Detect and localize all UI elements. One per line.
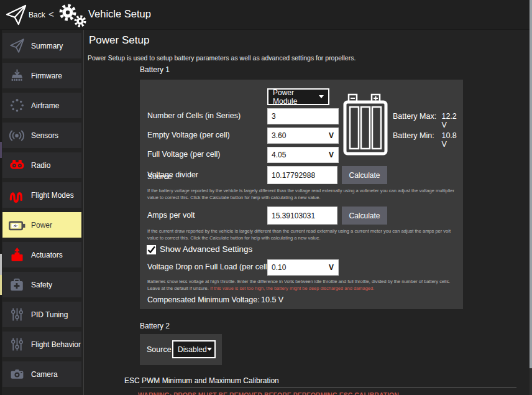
sidebar-item-label: Airframe	[31, 101, 59, 110]
battery1-section-label: Battery 1	[140, 65, 170, 74]
battery-min-label: Battery Min:	[393, 131, 441, 149]
battery2-source-dropdown[interactable]: Disabled	[172, 340, 216, 358]
voltage-drop-label: Voltage Drop on Full Load (per cell)	[147, 263, 270, 271]
page-header-title: Vehicle Setup	[88, 8, 151, 20]
page-description: Power Setup is used to setup battery par…	[88, 54, 355, 62]
voltage-divider-help-text: If the battery voltage reported by the v…	[147, 187, 459, 201]
setup-sidebar: Summary Firmware Airframe Sensors Radio …	[2, 33, 82, 391]
sidebar-item-power[interactable]: Power	[2, 212, 81, 238]
empty-voltage-unit: V	[329, 131, 334, 140]
sidebar-item-label: Sensors	[31, 131, 58, 140]
sidebar-item-label: Radio	[31, 161, 50, 170]
battery-max-row: Battery Max: 12.2 V	[393, 112, 463, 129]
sidebar-item-label: Safety	[31, 281, 52, 289]
cells-label: Number of Cells (in Series)	[147, 111, 241, 120]
compensated-voltage-label: Compensated Minimum Voltage:	[147, 295, 260, 304]
show-advanced-label: Show Advanced Settings	[160, 244, 252, 254]
flight-modes-icon	[2, 187, 31, 203]
battery2-source-label: Source	[147, 345, 172, 354]
camera-icon	[2, 366, 31, 382]
amps-per-volt-label: Amps per volt	[147, 211, 195, 220]
sidebar-item-label: Camera	[31, 370, 58, 379]
sidebar-item-actuators[interactable]: Actuators	[2, 242, 81, 267]
sidebar-item-camera[interactable]: Camera	[2, 361, 81, 387]
sidebar-item-flight-modes[interactable]: Flight Modes	[2, 182, 81, 208]
voltage-divider-calculate-button[interactable]: Calculate	[342, 166, 387, 184]
left-edge-strip	[0, 275, 2, 295]
sidebar-item-label: Actuators	[31, 251, 63, 259]
amps-per-volt-help-text: If the current draw reported by the vehi…	[147, 228, 459, 241]
vehicle-setup-gears-icon	[57, 2, 88, 29]
back-button[interactable]: Back	[29, 11, 45, 19]
esc-warning-text-clipped: WARNING: PROPS MUST BE REMOVED BEFORE PE…	[138, 391, 401, 395]
sidebar-divider	[83, 30, 84, 395]
voltage-drop-input[interactable]	[267, 259, 339, 276]
sidebar-item-pid-tuning[interactable]: PID Tuning	[2, 302, 81, 327]
sidebar-item-label: Power	[31, 221, 52, 230]
show-advanced-checkbox[interactable]	[147, 245, 156, 254]
sensors-icon	[2, 128, 31, 144]
sliders-icon	[2, 337, 31, 352]
sidebar-item-firmware[interactable]: Firmware	[2, 63, 81, 88]
cells-input[interactable]	[267, 108, 339, 124]
back-chevron: <	[48, 9, 54, 19]
airframe-icon	[2, 98, 31, 113]
compensated-voltage-value: 10.5 V	[261, 295, 283, 304]
battery-min-value: 10.8 V	[441, 131, 463, 149]
toolbar: Back < Vehicle Setup	[0, 0, 532, 30]
radio-transmitter-icon	[2, 157, 31, 174]
checkmark-icon	[147, 245, 156, 254]
full-voltage-input[interactable]	[267, 147, 339, 163]
sidebar-item-summary[interactable]: Summary	[2, 33, 81, 58]
full-voltage-label: Full Voltage (per cell)	[147, 150, 220, 159]
sidebar-item-radio[interactable]: Radio	[2, 152, 81, 178]
page-title: Power Setup	[89, 34, 149, 47]
sidebar-item-label: Firmware	[31, 72, 62, 80]
first-aid-icon	[2, 277, 31, 293]
battery-graphic-icon	[343, 93, 388, 156]
sidebar-item-flight-behavior[interactable]: Flight Behavior	[2, 332, 81, 357]
scrollbar-thumb[interactable]	[530, 0, 532, 368]
motor-icon	[2, 246, 31, 263]
battery1-source-value: Power Module	[273, 88, 319, 106]
left-edge-strip	[0, 142, 2, 158]
battery2-section-label: Battery 2	[140, 322, 170, 330]
amps-per-volt-input[interactable]	[267, 207, 337, 225]
plane-icon	[2, 38, 31, 53]
sidebar-item-label: Flight Modes	[31, 191, 74, 200]
battery-max-value: 12.2 V	[441, 112, 463, 129]
sidebar-item-safety[interactable]: Safety	[2, 272, 81, 297]
firmware-download-icon	[2, 68, 31, 83]
voltage-divider-label: Voltage divider	[147, 170, 198, 179]
voltage-drop-help-warning: If this value is set too high, the batte…	[210, 286, 374, 291]
sliders-icon	[2, 307, 31, 322]
full-voltage-unit: V	[329, 151, 334, 159]
battery2-source-value: Disabled	[178, 345, 207, 354]
amps-per-volt-calculate-button[interactable]: Calculate	[342, 207, 387, 225]
chevron-down-icon	[207, 348, 212, 351]
left-edge-strip	[0, 254, 2, 275]
sidebar-item-label: Flight Behavior	[31, 340, 81, 349]
battery2-panel: Source Disabled	[140, 334, 222, 365]
sidebar-item-label: PID Tuning	[31, 310, 68, 319]
left-edge-strip	[0, 0, 2, 395]
esc-calibration-section-label: ESC PWM Minimum and Maximum Calibration	[124, 376, 279, 385]
empty-voltage-input[interactable]	[267, 128, 339, 144]
sidebar-item-airframe[interactable]: Airframe	[2, 93, 81, 118]
battery1-source-dropdown[interactable]: Power Module	[267, 88, 329, 105]
sidebar-item-sensors[interactable]: Sensors	[2, 123, 81, 148]
sidebar-item-label: Summary	[31, 42, 63, 50]
battery-max-label: Battery Max:	[393, 112, 441, 129]
app-logo-plane-icon	[5, 4, 27, 26]
empty-voltage-label: Empty Voltage (per cell)	[147, 131, 230, 139]
battery-min-row: Battery Min: 10.8 V	[393, 131, 463, 149]
esc-section-divider	[140, 387, 516, 388]
battery1-panel: Source Power Module Number of Cells (in …	[140, 80, 463, 309]
chevron-down-icon	[319, 95, 324, 98]
battery-icon	[2, 216, 31, 234]
voltage-drop-help-text: Batteries show less voltage at high thro…	[147, 278, 459, 292]
voltage-drop-unit: V	[329, 263, 334, 272]
voltage-divider-input[interactable]	[267, 166, 337, 184]
